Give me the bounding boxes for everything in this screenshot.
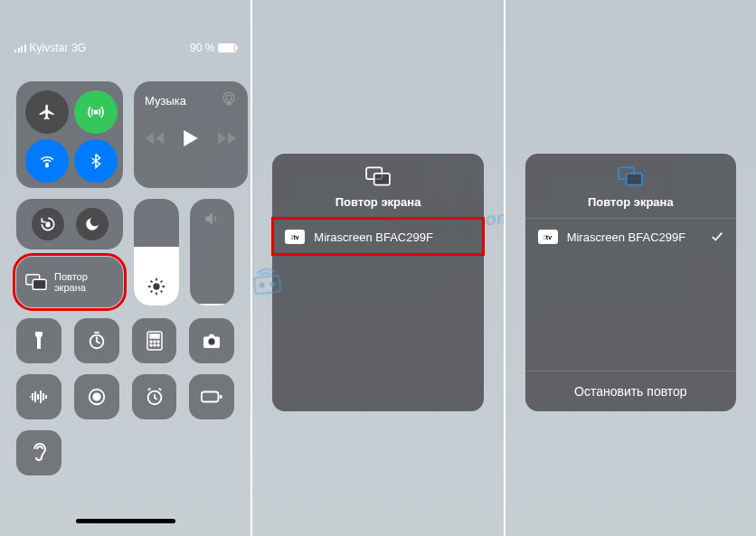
phone-mirror-connected: Повтор экрана tv Mirascreen BFAC299F Ос… xyxy=(504,0,756,536)
battery-icon xyxy=(218,43,236,52)
volume-slider[interactable] xyxy=(190,199,235,306)
phone-control-center: Kyivstar 3G 90 % xyxy=(0,0,250,536)
camera-button[interactable] xyxy=(189,318,234,363)
flashlight-button[interactable] xyxy=(16,318,61,363)
record-icon xyxy=(87,387,107,407)
network-label: 3G xyxy=(71,42,86,54)
screen-mirror-modal: Повтор экрана tv Mirascreen BFAC299F xyxy=(272,154,483,411)
music-controls xyxy=(145,129,237,147)
airplane-icon xyxy=(38,103,56,121)
cellular-toggle[interactable] xyxy=(74,90,118,134)
flashlight-icon xyxy=(31,331,47,351)
screen-mirror-tile[interactable]: Повтор экрана xyxy=(16,257,123,307)
sb-left: Kyivstar 3G xyxy=(14,42,86,54)
connectivity-tile[interactable] xyxy=(16,81,123,188)
waveform-icon xyxy=(28,390,50,404)
appletv-badge-icon: tv xyxy=(538,230,558,244)
svg-rect-28 xyxy=(627,174,642,185)
antenna-icon xyxy=(87,103,105,121)
screen-record-button[interactable] xyxy=(74,374,119,419)
ear-icon xyxy=(31,442,47,464)
svg-point-25 xyxy=(260,283,264,287)
svg-point-15 xyxy=(154,344,156,346)
rotation-lock-icon xyxy=(39,215,57,233)
svg-point-19 xyxy=(93,393,99,400)
screen-mirror-label: Повтор экрана xyxy=(54,271,88,293)
svg-point-11 xyxy=(150,341,152,343)
device-mirascreen[interactable]: tv Mirascreen BFAC299F xyxy=(272,218,483,255)
status-bar: Kyivstar 3G 90 % xyxy=(0,42,250,54)
home-indicator[interactable] xyxy=(76,519,175,523)
svg-point-12 xyxy=(154,341,156,343)
play-icon[interactable] xyxy=(183,129,199,147)
rotation-lock-toggle[interactable] xyxy=(32,208,64,240)
svg-point-13 xyxy=(157,341,159,343)
speaker-icon xyxy=(203,210,221,231)
wifi-toggle[interactable] xyxy=(25,139,69,183)
wifi-icon xyxy=(38,152,56,170)
battery-pct: 90 % xyxy=(190,42,214,54)
moon-icon xyxy=(84,216,100,232)
svg-point-0 xyxy=(94,110,97,113)
voice-memo-button[interactable] xyxy=(16,374,61,419)
lock-dnd-tile xyxy=(16,199,123,249)
dnd-toggle[interactable] xyxy=(76,208,109,240)
prev-track-icon[interactable] xyxy=(145,130,165,146)
carrier-label: Kyivstar xyxy=(30,42,69,54)
screen-mirror-icon xyxy=(618,166,643,186)
alarm-button[interactable] xyxy=(132,374,177,419)
bluetooth-toggle[interactable] xyxy=(74,139,118,183)
battery-icon xyxy=(201,390,222,403)
calculator-icon xyxy=(146,331,163,351)
svg-rect-4 xyxy=(46,222,49,226)
airplane-toggle[interactable] xyxy=(25,90,69,134)
control-center: Музыка xyxy=(16,81,234,486)
next-track-icon[interactable] xyxy=(217,130,237,146)
camera-icon xyxy=(202,333,222,349)
device-mirascreen-connected[interactable]: tv Mirascreen BFAC299F xyxy=(525,218,736,255)
low-power-button[interactable] xyxy=(189,374,234,419)
timer-button[interactable] xyxy=(74,318,119,363)
bluetooth-icon xyxy=(88,153,104,169)
device-label: Mirascreen BFAC299F xyxy=(567,230,686,244)
signal-bars-icon xyxy=(14,44,26,52)
svg-rect-21 xyxy=(202,391,218,401)
svg-rect-10 xyxy=(150,334,159,338)
appletv-badge-icon: tv xyxy=(285,230,305,244)
svg-point-16 xyxy=(157,344,159,346)
hearing-button[interactable] xyxy=(16,430,61,475)
stop-mirror-button[interactable]: Остановить повтор xyxy=(525,371,736,411)
device-label: Mirascreen BFAC299F xyxy=(314,230,433,244)
checkmark-icon xyxy=(711,230,723,243)
sun-icon xyxy=(146,277,166,296)
svg-point-14 xyxy=(150,344,152,346)
screen-mirror-icon xyxy=(365,166,391,186)
alarm-icon xyxy=(145,387,165,407)
brightness-slider[interactable] xyxy=(134,199,179,306)
phone-mirror-list: help-wifi.com Повтор экрана tv Mirascre… xyxy=(250,0,503,536)
screen-mirror-modal-connected: Повтор экрана tv Mirascreen BFAC299F Ос… xyxy=(525,154,736,411)
svg-point-17 xyxy=(209,338,215,344)
timer-icon xyxy=(87,331,107,351)
music-tile[interactable]: Музыка xyxy=(134,81,248,188)
calculator-button[interactable] xyxy=(132,318,177,363)
svg-point-3 xyxy=(226,95,232,100)
svg-rect-6 xyxy=(33,279,46,289)
modal-title: Повтор экрана xyxy=(525,195,736,209)
svg-rect-23 xyxy=(374,174,390,185)
sb-right: 90 % xyxy=(190,42,236,54)
svg-point-1 xyxy=(46,165,49,167)
modal-title: Повтор экрана xyxy=(272,195,483,209)
svg-point-7 xyxy=(153,283,159,289)
airplay-audio-icon xyxy=(221,90,237,110)
screen-mirror-icon xyxy=(25,273,47,291)
